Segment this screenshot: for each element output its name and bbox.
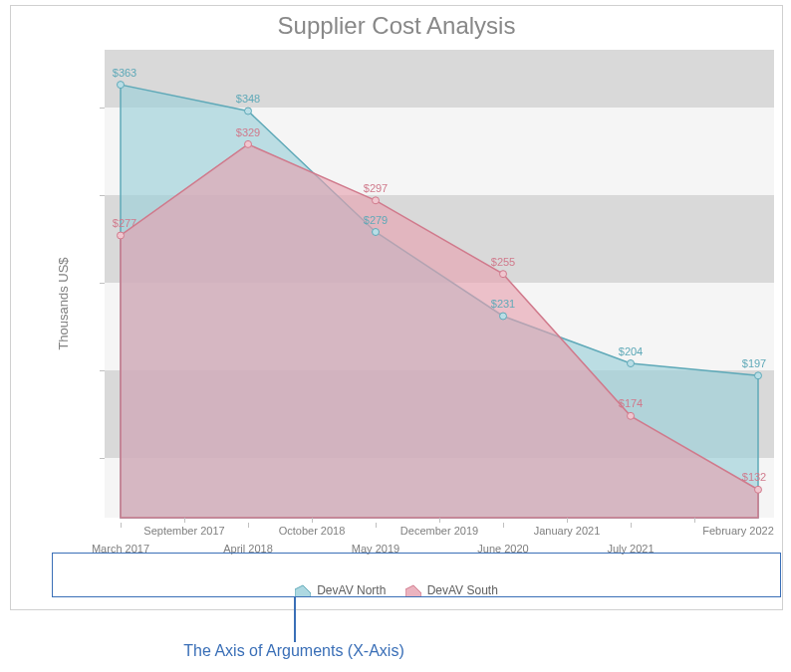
legend-item-south: DevAV South (405, 583, 498, 597)
area-svg (105, 50, 774, 518)
svg-point-7 (245, 140, 252, 147)
svg-point-9 (500, 271, 507, 278)
x-tick: October 2018 (279, 525, 346, 537)
svg-point-10 (628, 412, 635, 419)
x-tick: December 2019 (400, 525, 478, 537)
svg-point-11 (755, 486, 762, 493)
point-label: $297 (364, 182, 388, 194)
svg-point-0 (118, 82, 125, 89)
svg-point-2 (373, 229, 380, 236)
point-label: $363 (113, 67, 136, 79)
x-tick: April 2018 (223, 543, 273, 555)
x-tick: May 2019 (352, 543, 399, 555)
svg-point-1 (245, 108, 252, 114)
legend-label: DevAV South (427, 583, 498, 597)
chart-container: Supplier Cost Analysis Thousands US$ 350… (10, 5, 783, 610)
point-label: $231 (491, 298, 515, 310)
x-tick: February 2022 (702, 525, 774, 537)
x-tick: July 2021 (607, 543, 654, 555)
svg-point-5 (755, 372, 762, 379)
x-tick: September 2017 (143, 525, 224, 537)
legend-item-north: DevAV North (295, 583, 386, 597)
point-label: $279 (364, 214, 388, 226)
svg-point-8 (373, 197, 380, 204)
svg-point-3 (500, 313, 507, 320)
legend-swatch-icon (295, 583, 311, 597)
point-label: $277 (113, 217, 136, 229)
chart-title: Supplier Cost Analysis (11, 12, 782, 40)
y-axis-label: Thousands US$ (56, 257, 71, 349)
chart-area: Thousands US$ 350 300 250 200 150 (51, 50, 774, 558)
point-label: $329 (236, 126, 260, 138)
point-label: $132 (742, 471, 766, 483)
svg-point-4 (628, 360, 635, 367)
point-label: $348 (236, 93, 260, 105)
callout-connector (294, 597, 296, 642)
x-tick: June 2020 (477, 543, 528, 555)
plot-area: $363 $348 $279 $231 $204 $197 $277 $329 … (105, 50, 774, 518)
x-tick: January 2021 (534, 525, 601, 537)
callout-label: The Axis of Arguments (X-Axis) (0, 642, 588, 660)
svg-point-6 (118, 232, 125, 239)
point-label: $204 (619, 345, 643, 357)
point-label: $174 (619, 397, 643, 409)
x-tick: March 2017 (92, 543, 149, 555)
legend-swatch-icon (405, 583, 421, 597)
legend: DevAV North DevAV South (11, 583, 782, 600)
legend-label: DevAV North (317, 583, 386, 597)
point-label: $197 (742, 357, 766, 369)
point-label: $255 (491, 256, 515, 268)
